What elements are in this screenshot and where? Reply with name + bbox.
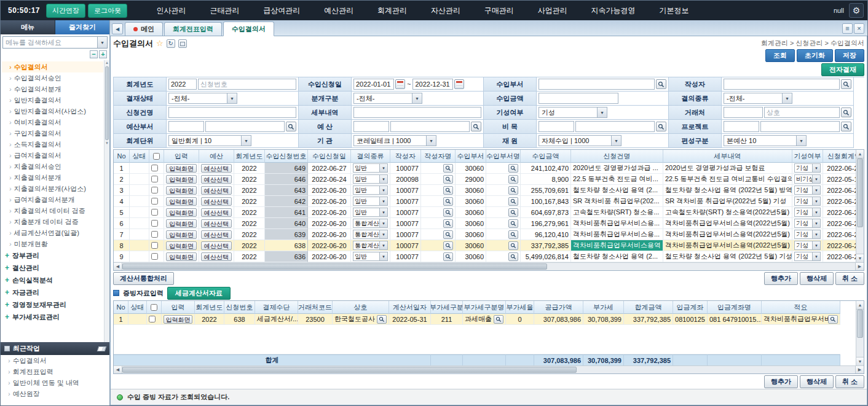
calendar-icon[interactable] <box>454 79 464 89</box>
scroll-up-icon[interactable]: ▲ <box>856 301 864 310</box>
cancel-button[interactable]: 취 소 <box>835 375 864 388</box>
budget-class-select[interactable]: 본예산 10▼ <box>724 135 807 146</box>
project-name-input[interactable] <box>760 121 840 132</box>
calendar-icon[interactable] <box>395 79 405 89</box>
topbar-menu-item[interactable]: 급상여관리 <box>259 3 304 18</box>
input-screen-button[interactable]: 입력화면 <box>166 252 197 261</box>
budget-select-button[interactable]: 예산선택 <box>201 208 232 217</box>
vendor-name-input[interactable] <box>764 107 840 118</box>
search-icon[interactable] <box>508 219 518 228</box>
sidebar-menu-item[interactable]: ›일반지출결의서 <box>2 95 103 106</box>
scroll-right-icon[interactable]: ▶ <box>855 366 864 373</box>
recent-work-item[interactable]: ›수입결의서 <box>1 355 109 366</box>
input-screen-button[interactable]: 입력화면 <box>164 315 192 324</box>
expense-item-name-input[interactable] <box>575 121 655 132</box>
topbar-menu-item[interactable]: 자산관리 <box>427 3 464 18</box>
search-icon[interactable] <box>471 122 481 131</box>
completion-combo[interactable]: 비기성▼ <box>794 174 821 184</box>
scroll-right-icon[interactable]: ▶ <box>855 263 864 270</box>
expand-plus-icon[interactable]: + <box>5 288 12 297</box>
sidebar-menu-group[interactable]: +부가세자료관리 <box>2 311 103 323</box>
expand-plus-icon[interactable]: + <box>5 276 12 284</box>
fund-source-select[interactable]: 자체수입 | 1000▼ <box>539 135 621 146</box>
search-icon[interactable] <box>443 208 453 217</box>
completion-combo[interactable]: 기성▼ <box>794 185 821 195</box>
horizontal-scrollbar[interactable]: ◀ ▶ <box>114 262 864 270</box>
completion-combo[interactable]: 기성▼ <box>794 241 821 250</box>
search-icon[interactable] <box>841 122 851 131</box>
journal-type-select[interactable]: -전체-▼ <box>353 93 422 104</box>
search-icon[interactable] <box>443 164 453 173</box>
settings-gear-icon[interactable]: ⚙ <box>849 3 864 18</box>
scroll-down-icon[interactable]: ▼ <box>105 141 109 146</box>
scroll-down-icon[interactable]: ▼ <box>856 357 864 365</box>
input-screen-button[interactable]: 입력화면 <box>166 219 197 228</box>
budget-select-button[interactable]: 예산선택 <box>201 230 232 239</box>
scroll-left-icon[interactable]: ◀ <box>114 263 122 270</box>
sidebar-menu-item[interactable]: ›지출결의서분개(사업소) <box>2 183 103 194</box>
sidebar-menu-item[interactable]: ›소득지출결의서 <box>2 139 103 150</box>
search-icon[interactable] <box>494 315 503 324</box>
topbar-menu-item[interactable]: 예산관리 <box>320 3 357 18</box>
resolution-type-combo[interactable]: 통합계산서▼ <box>353 241 388 250</box>
recent-work-item[interactable]: ›예산원장 <box>1 388 109 399</box>
resolution-type-combo[interactable]: 일반▼ <box>353 197 388 206</box>
search-icon[interactable] <box>508 208 518 217</box>
sidebar-menu-item[interactable]: ›수입결의서분개 <box>2 84 103 95</box>
date-to-input[interactable] <box>412 79 453 90</box>
budget-code-input[interactable] <box>353 121 389 132</box>
sidebar-menu-item[interactable]: ›수입결의서 <box>2 61 103 72</box>
logout-button[interactable]: 로그아웃 <box>88 4 127 18</box>
search-icon[interactable] <box>443 186 453 195</box>
search-icon[interactable] <box>656 122 666 131</box>
collapse-all-button[interactable]: − <box>90 50 98 58</box>
search-icon[interactable] <box>508 164 518 173</box>
row-checkbox[interactable] <box>151 187 158 193</box>
search-button[interactable]: 조회 <box>765 49 795 62</box>
reset-button[interactable]: 초기화 <box>797 49 833 62</box>
resolution-type-combo[interactable]: 일반▼ <box>353 174 388 184</box>
select-all-checkbox-cell[interactable] <box>149 150 164 163</box>
income-dept-input[interactable] <box>539 79 655 90</box>
expand-plus-icon[interactable]: + <box>5 313 12 321</box>
search-icon[interactable] <box>443 197 453 206</box>
tab-voucher-entry[interactable]: 회계전표입력 <box>164 22 222 36</box>
expense-item-code-input[interactable] <box>539 121 574 132</box>
detail-input[interactable] <box>353 107 481 118</box>
budget-name-input[interactable] <box>390 121 470 132</box>
project-code-input[interactable] <box>724 121 759 132</box>
resolution-type-select[interactable]: -전체-▼ <box>724 93 792 104</box>
input-screen-button[interactable]: 입력화면 <box>166 241 197 250</box>
completion-combo[interactable]: 기성▼ <box>794 163 821 173</box>
sidebar-menu-group[interactable]: +경영정보재무관리 <box>2 299 103 311</box>
input-screen-button[interactable]: 입력화면 <box>166 197 197 206</box>
row-checkbox[interactable] <box>151 231 158 238</box>
resolution-type-combo[interactable]: 일반▼ <box>353 208 388 217</box>
search-icon[interactable] <box>443 219 453 228</box>
budget-select-button[interactable]: 예산선택 <box>201 219 232 228</box>
search-icon[interactable] <box>508 252 518 261</box>
date-from-input[interactable] <box>353 79 394 90</box>
search-icon[interactable] <box>508 241 518 250</box>
search-icon[interactable] <box>841 107 851 117</box>
select-all-checkbox[interactable] <box>151 304 157 311</box>
sidebar-menu-item[interactable]: ›여비지출결의서 <box>2 117 103 128</box>
vendor-code-input[interactable] <box>724 107 763 118</box>
completion-select[interactable]: 기성▼ <box>539 107 607 118</box>
delete-row-button[interactable]: 행삭제 <box>800 272 834 285</box>
income-amount-input[interactable] <box>539 93 618 104</box>
completion-combo[interactable]: 기성▼ <box>794 252 821 261</box>
budget-select-button[interactable]: 예산선택 <box>201 197 232 206</box>
row-checkbox[interactable] <box>151 209 158 216</box>
resolution-type-combo[interactable]: 일반▼ <box>353 252 388 261</box>
budget-dept-code-input[interactable] <box>168 121 204 132</box>
horizontal-scrollbar[interactable]: ◀ ▶ <box>114 365 864 373</box>
sidebar-menu-item[interactable]: ›일반지출결의서(사업소) <box>2 106 103 117</box>
e-approval-button[interactable]: 전자결재 <box>821 63 864 76</box>
input-screen-button[interactable]: 입력화면 <box>166 208 197 217</box>
sidebar-menu-item[interactable]: ›지출결의서 데이터 검증 <box>2 205 103 216</box>
select-all-checkbox[interactable] <box>153 153 160 160</box>
resolution-type-combo[interactable]: 통합계산서▼ <box>353 230 388 239</box>
row-checkbox[interactable] <box>151 253 158 260</box>
scroll-up-icon[interactable]: ▲ <box>105 60 109 66</box>
